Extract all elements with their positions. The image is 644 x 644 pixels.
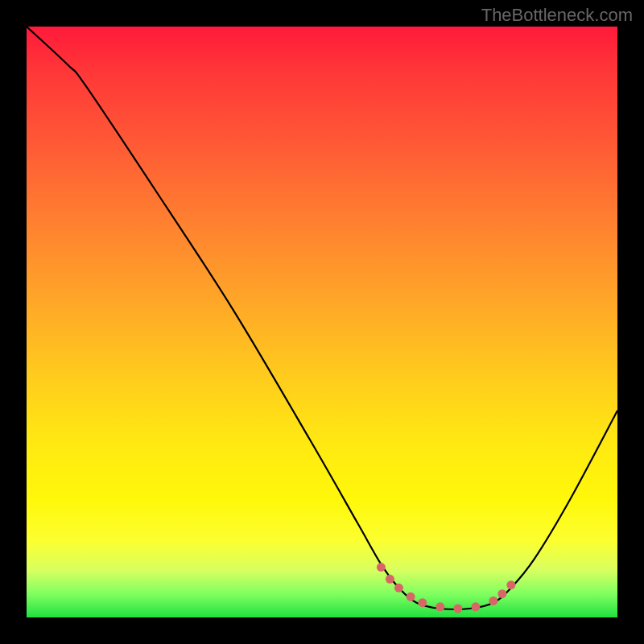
highlight-dot [377,563,386,572]
highlight-dot [394,584,403,592]
highlight-dot [418,598,427,607]
highlight-dot [506,580,515,589]
watermark-text: TheBottleneck.com [481,5,633,26]
highlight-dot [471,602,480,611]
plot-area [27,27,617,617]
highlight-dot [436,602,444,611]
highlight-dot [407,592,415,601]
bottleneck-curve [27,27,617,609]
highlight-dot [497,589,506,598]
highlight-dot [386,575,394,584]
highlight-dot [453,604,462,613]
highlight-dots-group [377,563,515,613]
chart-svg [27,27,617,617]
highlight-dot [489,597,497,605]
